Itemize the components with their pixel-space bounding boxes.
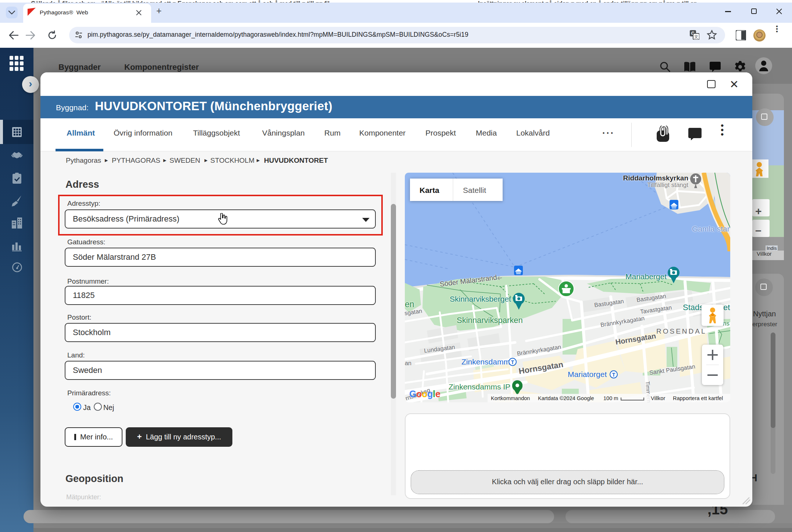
svg-text:T: T: [612, 372, 616, 378]
svg-text:Mariaberget: Mariaberget: [625, 272, 667, 281]
svg-text:et: et: [723, 303, 730, 312]
svg-text:ROSENDAL: ROSENDAL: [656, 327, 707, 335]
svg-text:l: l: [433, 389, 435, 399]
svg-text:g: g: [427, 389, 433, 399]
svg-text:Mariatorget: Mariatorget: [568, 370, 607, 378]
svg-text:文: 文: [694, 34, 699, 39]
svg-text:Villkor: Villkor: [651, 395, 665, 401]
svg-text:e: e: [435, 389, 440, 399]
svg-text:T: T: [511, 359, 514, 365]
svg-text:100 m: 100 m: [603, 395, 618, 401]
svg-text:Skinnarviksparken: Skinnarviksparken: [457, 316, 523, 325]
svg-text:Zinkensdamms IP: Zinkensdamms IP: [449, 382, 510, 391]
svg-text:Kortkommandon: Kortkommandon: [491, 395, 530, 401]
svg-text:Skinnarviksberget: Skinnarviksberget: [450, 295, 511, 303]
svg-text:o: o: [416, 389, 422, 399]
svg-text:Satellit: Satellit: [463, 186, 486, 194]
svg-text:Riddarholmskyrkan: Riddarholmskyrkan: [623, 174, 688, 182]
svg-text:G: G: [409, 389, 416, 399]
svg-text:Rapportera ett kartfel: Rapportera ett kartfel: [673, 395, 723, 401]
svg-text:an: an: [405, 360, 411, 366]
svg-text:Kartdata ©2024 Google: Kartdata ©2024 Google: [538, 395, 594, 401]
svg-text:Tillfälligt stängt: Tillfälligt stängt: [647, 181, 688, 188]
svg-text:Zinkensdamm: Zinkensdamm: [461, 357, 510, 366]
svg-text:Karta: Karta: [420, 186, 439, 194]
svg-text:en: en: [405, 299, 414, 309]
svg-text:Gamla stan: Gamla stan: [692, 224, 730, 233]
svg-text:ns: ns: [723, 320, 729, 327]
svg-text:Stads: Stads: [683, 303, 703, 312]
svg-text:o: o: [422, 389, 427, 399]
